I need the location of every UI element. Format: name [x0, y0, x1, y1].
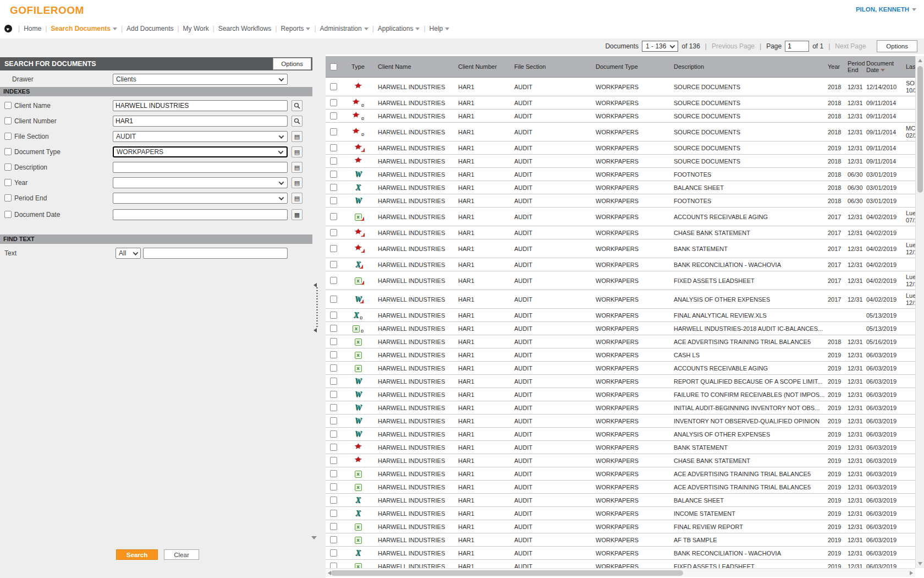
- row-checkbox[interactable]: [330, 483, 337, 490]
- word-icon[interactable]: W: [355, 197, 361, 205]
- header-file-section[interactable]: File Section: [512, 63, 593, 70]
- row-description[interactable]: SOURCE DOCUMENTS: [671, 129, 826, 135]
- row-checkbox[interactable]: [330, 197, 337, 204]
- period-end-select[interactable]: [113, 193, 288, 204]
- row-checkbox[interactable]: [330, 549, 337, 557]
- horizontal-scrollbar-thumb[interactable]: [331, 570, 683, 576]
- panel-scroll-down-icon[interactable]: [311, 536, 317, 539]
- nav-item-reports[interactable]: Reports: [280, 25, 310, 32]
- row-checkbox[interactable]: [330, 497, 337, 504]
- word-icon[interactable]: W: [355, 430, 361, 438]
- row-description[interactable]: SOURCE DOCUMENTS: [671, 158, 826, 165]
- row-description[interactable]: SOURCE DOCUMENTS: [671, 100, 826, 106]
- documents-range-select[interactable]: 1 - 136: [642, 41, 678, 52]
- row-checkbox[interactable]: [330, 391, 337, 398]
- row-description[interactable]: REPORT QUALIFIED BECAUSE OF A SCOPE LIMI…: [671, 378, 826, 385]
- pdf-icon[interactable]: [354, 157, 362, 165]
- file-section-select[interactable]: AUDIT: [113, 131, 288, 142]
- previous-page-link[interactable]: Previous Page: [712, 42, 755, 50]
- find-text-input[interactable]: [143, 248, 288, 259]
- row-checkbox[interactable]: [330, 523, 337, 530]
- header-last[interactable]: Last: [903, 63, 915, 70]
- period-end-list-icon[interactable]: ▤: [292, 193, 302, 204]
- description-checkbox[interactable]: [4, 163, 12, 171]
- document-type-checkbox[interactable]: [4, 148, 12, 155]
- nav-item-search-documents[interactable]: Search Documents: [51, 25, 117, 32]
- nav-go-icon[interactable]: ►: [4, 25, 12, 32]
- row-description[interactable]: ANALYSIS OF OTHER EXPENSES: [671, 431, 826, 438]
- row-checkbox[interactable]: [330, 430, 337, 438]
- row-description[interactable]: BANK RECONCILIATION - WACHOVIA: [671, 261, 826, 268]
- row-description[interactable]: HARWELL INDUSTRIES-2018 AUDIT IC-BALANCE…: [671, 325, 826, 332]
- row-checkbox[interactable]: [330, 128, 337, 135]
- user-menu[interactable]: PILON, KENNETH: [856, 6, 916, 13]
- nav-item-home[interactable]: Home: [24, 25, 41, 32]
- scroll-up-icon[interactable]: [918, 59, 922, 62]
- row-description[interactable]: SOURCE DOCUMENTS: [671, 145, 826, 151]
- client-name-checkbox[interactable]: [4, 102, 12, 109]
- row-description[interactable]: FINAL REVIEW REPORT: [671, 524, 826, 530]
- row-description[interactable]: BALANCE SHEET: [671, 497, 826, 504]
- row-description[interactable]: ACE ADVERTISING TRAINING TRIAL BALANCE5: [671, 471, 826, 477]
- client-number-checkbox[interactable]: [4, 117, 12, 124]
- header-description[interactable]: Description: [671, 63, 826, 70]
- pdf-icon[interactable]: [354, 443, 362, 451]
- header-document-type[interactable]: Document Type: [593, 63, 671, 70]
- nav-item-add-documents[interactable]: Add Documents: [127, 25, 173, 32]
- vertical-scrollbar-thumb[interactable]: [917, 66, 923, 193]
- word-icon[interactable]: W: [355, 377, 361, 385]
- word-icon[interactable]: W: [355, 170, 361, 178]
- excel-p-icon[interactable]: Xp: [354, 311, 362, 319]
- row-checkbox[interactable]: [330, 261, 337, 268]
- pdf-out-icon[interactable]: [354, 244, 362, 253]
- row-checkbox[interactable]: [330, 112, 337, 119]
- splitter-handle[interactable]: [316, 287, 318, 327]
- header-period-end[interactable]: Period End: [846, 60, 865, 73]
- excelbox-out-icon[interactable]: x: [355, 212, 362, 221]
- splitter-collapse-icon[interactable]: [314, 283, 317, 287]
- pdf-out-icon[interactable]: [354, 144, 362, 152]
- next-page-link[interactable]: Next Page: [835, 42, 866, 50]
- excel-icon[interactable]: X: [355, 549, 360, 557]
- row-checkbox[interactable]: [330, 470, 337, 477]
- row-description[interactable]: BANK RECONCILIATION - WACHOVIA: [671, 550, 826, 557]
- row-description[interactable]: INCOME STATEMENT: [671, 510, 826, 517]
- header-document-date[interactable]: Document Date: [865, 60, 903, 73]
- row-checkbox[interactable]: [330, 99, 337, 106]
- year-checkbox[interactable]: [4, 179, 12, 186]
- client-name-input[interactable]: [113, 100, 288, 111]
- row-description[interactable]: ACCOUNTS RECEIVABLE AGING: [671, 214, 826, 220]
- excelbox-icon[interactable]: x: [355, 522, 362, 531]
- row-checkbox[interactable]: [330, 378, 337, 385]
- excelbox-icon[interactable]: x: [355, 337, 362, 346]
- row-checkbox[interactable]: [330, 245, 337, 252]
- scroll-right-icon[interactable]: [910, 571, 913, 575]
- year-select[interactable]: [113, 177, 288, 188]
- row-description[interactable]: FAILURE TO CONFIRM RECEIVABLES (NOT IMPO…: [671, 391, 826, 398]
- row-checkbox[interactable]: [330, 296, 337, 303]
- row-description[interactable]: FOOTNOTES: [671, 171, 826, 178]
- row-description[interactable]: AF TB SAMPLE: [671, 537, 826, 543]
- excelbox-icon[interactable]: x: [355, 562, 362, 568]
- select-all-checkbox[interactable]: [330, 63, 337, 70]
- document-date-calendar-icon[interactable]: ▦: [292, 209, 302, 220]
- row-description[interactable]: ANALYSIS OF OTHER EXPENSES: [671, 296, 826, 303]
- row-checkbox[interactable]: [330, 312, 337, 319]
- row-description[interactable]: ACE ADVERTISING TRAINING TRIAL BALANCE5: [671, 484, 826, 490]
- find-text-scope-select[interactable]: All: [116, 248, 141, 259]
- nav-item-help[interactable]: Help: [430, 25, 450, 32]
- row-description[interactable]: FINAL ANALYTICAL REVIEW.XLS: [671, 312, 826, 319]
- row-checkbox[interactable]: [330, 213, 337, 220]
- row-description[interactable]: CASH LS: [671, 352, 826, 358]
- row-description[interactable]: INITIAL AUDIT-BEGINNING INVENTORY NOT OB…: [671, 405, 826, 411]
- search-options-button[interactable]: Options: [273, 58, 311, 70]
- row-checkbox[interactable]: [330, 510, 337, 517]
- row-description[interactable]: BALANCE SHEET: [671, 184, 826, 191]
- row-checkbox[interactable]: [330, 171, 337, 178]
- year-list-icon[interactable]: ▤: [292, 177, 302, 188]
- file-section-list-icon[interactable]: ▤: [292, 131, 302, 142]
- row-description[interactable]: INVENTORY NOT OBSERVED-QUALIFIED OPINION: [671, 418, 826, 424]
- excelbox-icon[interactable]: x: [355, 470, 362, 478]
- excel-out-icon[interactable]: X: [355, 260, 360, 269]
- excelbox-out-icon[interactable]: x: [355, 276, 362, 285]
